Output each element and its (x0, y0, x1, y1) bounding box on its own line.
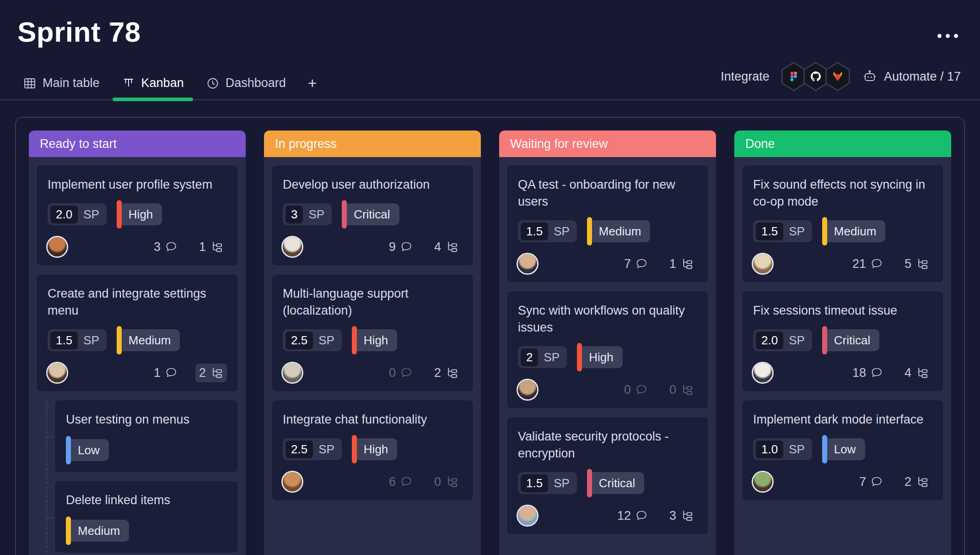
tab-dashboard[interactable]: Dashboard (195, 70, 297, 99)
automate-button[interactable]: Automate / 17 (862, 69, 961, 84)
priority-badge[interactable]: High (577, 346, 622, 368)
priority-bar (822, 217, 827, 245)
assignee-avatar[interactable] (283, 237, 302, 256)
priority-badge[interactable]: Low (66, 439, 109, 461)
kanban-card[interactable]: Multi-language support (localization) 2.… (271, 274, 474, 392)
story-points-badge[interactable]: 2.5 SP (283, 438, 342, 460)
priority-bar (577, 343, 582, 371)
subitem-card[interactable]: Delete linked items Medium (54, 480, 238, 553)
card-title: Multi-language support (localization) (283, 285, 462, 319)
priority-badge[interactable]: High (117, 203, 162, 225)
subitems-tree-icon (915, 366, 929, 380)
github-icon[interactable] (802, 62, 829, 91)
priority-bar (587, 217, 592, 245)
kanban-card[interactable]: Fix sound effects not syncing in co-op m… (742, 165, 944, 283)
clock-icon (206, 76, 220, 90)
kanban-card[interactable]: Create and integrate settings menu 1.5 S… (36, 274, 238, 392)
story-points-badge[interactable]: 2.5 SP (283, 329, 342, 351)
comments-count[interactable]: 1 (150, 364, 182, 382)
more-options-button[interactable] (937, 34, 958, 38)
kanban-card[interactable]: Develop user authorization 3 SP Critical (271, 165, 474, 266)
comments-count[interactable]: 12 (614, 506, 652, 525)
assignee-avatar[interactable] (283, 472, 302, 491)
priority-badge[interactable]: Critical (342, 203, 399, 225)
kanban-card[interactable]: Fix sessions timeout issue 2.0 SP Critic… (742, 291, 944, 392)
tab-main-table[interactable]: Main table (12, 70, 111, 99)
gitlab-icon[interactable] (824, 62, 851, 91)
subitems-count[interactable]: 4 (901, 364, 932, 382)
story-points-badge[interactable]: 3 SP (283, 203, 332, 225)
assignee-avatar[interactable] (48, 363, 67, 382)
tab-label: Main table (43, 76, 100, 90)
kanban-card[interactable]: Integrate chat functionality 2.5 SP High (271, 400, 474, 501)
add-view-button[interactable]: + (297, 68, 328, 99)
kanban-card[interactable]: Validate security protocols - encryption… (506, 417, 709, 535)
story-points-badge[interactable]: 1.5 SP (518, 220, 577, 242)
column-body: Develop user authorization 3 SP Critical (264, 157, 481, 555)
story-points-badge[interactable]: 1.5 SP (753, 220, 812, 242)
priority-badge[interactable]: Medium (587, 220, 650, 242)
story-points-badge[interactable]: 2.0 SP (753, 329, 812, 351)
subitems-tree-icon (915, 257, 929, 271)
assignee-avatar[interactable] (753, 363, 772, 382)
comments-count[interactable]: 0 (385, 364, 417, 382)
subitems-count[interactable]: 0 (431, 473, 462, 491)
assignee-avatar[interactable] (48, 237, 67, 256)
kanban-card[interactable]: Implement user profile system 2.0 SP Hig… (36, 165, 238, 266)
column-header[interactable]: Ready to start (29, 131, 246, 157)
column-header[interactable]: Done (734, 131, 951, 157)
tab-kanban[interactable]: Kanban (111, 70, 195, 99)
column-title: Waiting for review (510, 137, 608, 151)
priority-badge[interactable]: Medium (117, 329, 180, 351)
comments-count[interactable]: 7 (620, 255, 652, 273)
column-ready-to-start: Ready to start Implement user profile sy… (29, 131, 246, 555)
priority-badge[interactable]: Low (822, 438, 865, 460)
sp-value: 1.5 (521, 223, 548, 240)
comments-count[interactable]: 9 (385, 238, 417, 256)
story-points-badge[interactable]: 1.0 SP (753, 438, 812, 460)
kanban-card[interactable]: Implement dark mode interface 1.0 SP Low (742, 400, 944, 501)
subitems-count[interactable]: 3 (666, 506, 697, 525)
assignee-avatar[interactable] (753, 254, 772, 273)
integrate-button[interactable]: Integrate (721, 70, 770, 84)
assignee-avatar[interactable] (753, 472, 772, 491)
story-points-badge[interactable]: 1.5 SP (48, 329, 107, 351)
figma-icon[interactable] (781, 62, 807, 91)
subitems-count[interactable]: 4 (431, 238, 462, 256)
subitems-count[interactable]: 2 (431, 364, 462, 382)
comment-bubble-icon (400, 366, 413, 380)
priority-badge[interactable]: Medium (822, 220, 885, 242)
story-points-badge[interactable]: 2 SP (518, 346, 567, 368)
comments-count[interactable]: 21 (849, 255, 887, 273)
assignee-avatar[interactable] (518, 506, 537, 525)
comments-count[interactable]: 7 (856, 473, 887, 491)
kanban-card[interactable]: Sync with workflows on quality issues 2 … (506, 291, 709, 409)
subitems-count[interactable]: 1 (195, 238, 227, 256)
priority-badge[interactable]: High (352, 438, 397, 460)
priority-badge[interactable]: Critical (587, 472, 644, 494)
priority-badge[interactable]: High (352, 329, 397, 351)
comments-count[interactable]: 18 (849, 364, 887, 382)
assignee-avatar[interactable] (283, 363, 302, 382)
subitems-count[interactable]: 2 (195, 364, 227, 382)
subitems-tree-icon (915, 475, 929, 489)
subitems-count[interactable]: 1 (666, 255, 697, 273)
column-header[interactable]: In progress (264, 131, 481, 157)
comments-count[interactable]: 6 (385, 473, 417, 491)
subitems-count[interactable]: 2 (901, 473, 932, 491)
priority-badge[interactable]: Medium (66, 520, 129, 542)
priority-badge[interactable]: Critical (822, 329, 879, 351)
story-points-badge[interactable]: 2.0 SP (48, 203, 107, 225)
story-points-badge[interactable]: 1.5 SP (518, 472, 577, 494)
subitem-card[interactable]: User testing on menus Low (54, 400, 238, 473)
assignee-avatar[interactable] (518, 380, 537, 399)
assignee-avatar[interactable] (518, 254, 537, 273)
comments-count[interactable]: 3 (150, 238, 182, 256)
kanban-page: Sprint 78 Main table Kanban Dashboard + (0, 0, 980, 555)
column-header[interactable]: Waiting for review (499, 131, 716, 157)
subitems-count[interactable]: 0 (666, 381, 697, 399)
card-title: QA test - onboarding for new users (518, 176, 697, 210)
comments-count[interactable]: 0 (620, 381, 652, 399)
subitems-count[interactable]: 5 (901, 255, 932, 273)
kanban-card[interactable]: QA test - onboarding for new users 1.5 S… (506, 165, 709, 283)
